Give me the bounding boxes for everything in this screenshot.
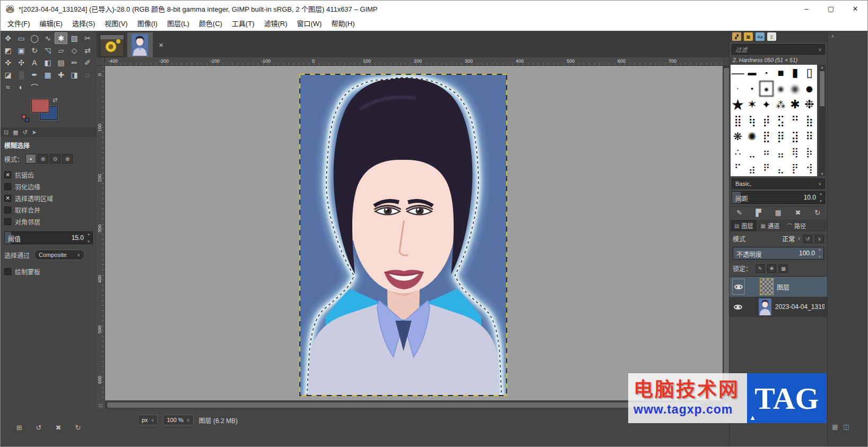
- fuzzy-select-tool[interactable]: ✱: [55, 32, 67, 44]
- brush-item[interactable]: ▯: [802, 65, 817, 81]
- lock-alpha-button[interactable]: ▦: [779, 264, 788, 273]
- clone-tool[interactable]: ▦: [41, 69, 54, 81]
- brush-item[interactable]: ⡷: [802, 144, 817, 160]
- layer-mode-dropdown[interactable]: 正常 ∨: [782, 234, 801, 243]
- select-by-dropdown[interactable]: Composite ∨: [34, 250, 85, 260]
- brush-item[interactable]: ⢿: [788, 144, 802, 160]
- smudge-tool[interactable]: ≈: [2, 81, 14, 93]
- close-button[interactable]: ✕: [843, 1, 867, 16]
- draw-mask-checkbox[interactable]: 绘制蒙板: [4, 265, 93, 277]
- menu-item[interactable]: 滤镜(R): [259, 16, 292, 31]
- brush-item[interactable]: ⠛: [788, 113, 802, 128]
- gradient-tool[interactable]: ▤: [55, 57, 67, 68]
- channels-tab[interactable]: ▦ 通道: [757, 220, 782, 231]
- layer-name[interactable]: 2023-04-04_13192: [775, 303, 824, 311]
- move-tool[interactable]: ✥: [2, 32, 14, 44]
- handle-transform-tool[interactable]: ✣: [15, 57, 28, 68]
- close-tab-icon[interactable]: ✕: [159, 42, 163, 49]
- fonts-tab[interactable]: Aa: [756, 32, 765, 41]
- paths-tool[interactable]: ⌒: [28, 81, 41, 93]
- brush-item[interactable]: ●: [745, 81, 759, 97]
- heal-tool[interactable]: ✚: [55, 69, 67, 81]
- edit-brush-button[interactable]: ✎: [736, 209, 742, 217]
- brush-item[interactable]: ⠶: [759, 144, 774, 160]
- brush-item[interactable]: ⠿: [802, 128, 817, 144]
- reset-mode-button[interactable]: ↺: [803, 235, 812, 243]
- brush-item[interactable]: ■: [774, 65, 788, 81]
- brush-item[interactable]: ▪: [759, 65, 774, 81]
- rotate-tool[interactable]: ↻: [28, 45, 41, 56]
- menu-item[interactable]: 图层(L): [162, 16, 194, 31]
- spacing-spinner[interactable]: ▲▼: [818, 192, 823, 203]
- perspective-clone-tool[interactable]: ◨: [68, 69, 81, 81]
- brush-tag-dropdown[interactable]: Basic, ∨: [732, 178, 825, 189]
- delete-tool-preset-button[interactable]: ✖: [56, 424, 62, 432]
- layer-row[interactable]: 2023-04-04_13192: [730, 297, 827, 317]
- brush-item[interactable]: ▬: [745, 65, 759, 81]
- zoom-dropdown[interactable]: 100 %∨: [163, 415, 193, 425]
- ruler-corner[interactable]: [97, 57, 105, 66]
- menu-item[interactable]: 图像(I): [133, 16, 162, 31]
- brush-item[interactable]: ∴: [731, 144, 745, 160]
- restore-tool-preset-button[interactable]: ↺: [36, 424, 42, 432]
- brush-item[interactable]: ⢺: [802, 160, 817, 176]
- image-tab-flower[interactable]: [99, 34, 125, 57]
- scissors-select-tool[interactable]: ✂: [81, 32, 94, 44]
- free-select-tool[interactable]: ∿: [41, 32, 54, 44]
- minimize-button[interactable]: –: [794, 1, 819, 16]
- subtract-mode-button[interactable]: ⊖: [50, 154, 60, 164]
- foreground-select-tool[interactable]: ◩: [2, 45, 14, 56]
- menu-item[interactable]: 颜色(C): [194, 16, 227, 31]
- brush-item[interactable]: ⣽: [788, 128, 802, 144]
- brush-filter-input[interactable]: 过滤 ∨: [732, 44, 825, 55]
- shear-tool[interactable]: ▱: [55, 45, 67, 56]
- brush-item[interactable]: ✺: [745, 128, 759, 144]
- document-history-tab[interactable]: ▯: [767, 32, 776, 41]
- brush-item[interactable]: ▮: [788, 65, 802, 81]
- unified-transform-tool[interactable]: ✜: [2, 57, 14, 68]
- ink-tool[interactable]: ✒: [28, 69, 41, 81]
- flip-tool[interactable]: ⇄: [81, 45, 94, 56]
- image-tab-portrait[interactable]: [127, 32, 153, 57]
- maximize-button[interactable]: ▢: [819, 1, 843, 16]
- scale-tool[interactable]: ◹: [41, 45, 54, 56]
- brush-item[interactable]: ⣫: [774, 113, 788, 128]
- tool-option-checkbox[interactable]: 抗锯齿: [4, 169, 93, 180]
- brush-item[interactable]: ❋: [731, 128, 745, 144]
- brush-item[interactable]: ⣿: [731, 113, 745, 128]
- paintbrush-tool[interactable]: ✐: [81, 57, 94, 68]
- photo-image[interactable]: [299, 74, 508, 396]
- horizontal-ruler[interactable]: -400-300-200-1000100200300400500600700: [105, 57, 723, 66]
- blur-sharpen-tool[interactable]: ◌: [81, 69, 94, 81]
- brush-item[interactable]: —: [731, 65, 745, 81]
- brush-item[interactable]: ●: [788, 81, 802, 97]
- crop-tool[interactable]: ▣: [15, 45, 28, 56]
- paths-tab[interactable]: ⌒ 路径: [784, 220, 809, 231]
- threshold-slider[interactable]: 阈值 15.0 ▲▼: [4, 231, 93, 244]
- brush-item[interactable]: ⢷: [745, 113, 759, 128]
- menu-item[interactable]: 选择(S): [67, 16, 100, 31]
- rectangle-select-tool[interactable]: ▭: [15, 32, 28, 44]
- opacity-slider[interactable]: 不透明度 100.0 ▲▼: [733, 247, 824, 260]
- menu-item[interactable]: 工具(T): [227, 16, 259, 31]
- visibility-toggle[interactable]: [732, 279, 745, 295]
- tool-option-checkbox[interactable]: 对角邻居: [4, 216, 93, 227]
- brush-spacing-slider[interactable]: 间距 10.0 ▲▼: [732, 191, 825, 204]
- pencil-tool[interactable]: ✏: [68, 57, 81, 68]
- refresh-brushes-button[interactable]: ↻: [814, 209, 820, 217]
- brush-item[interactable]: ●: [774, 81, 788, 97]
- tool-option-checkbox[interactable]: 选择透明区域: [4, 192, 93, 204]
- brush-item[interactable]: ⣤: [774, 144, 788, 160]
- brush-item[interactable]: ✱: [788, 97, 802, 113]
- bucket-fill-tool[interactable]: ◧: [41, 57, 54, 68]
- layer-row[interactable]: 图层: [730, 277, 827, 297]
- save-tool-preset-button[interactable]: ⊞: [16, 424, 22, 432]
- opacity-spinner[interactable]: ▲▼: [817, 248, 822, 259]
- text-tool[interactable]: A: [28, 57, 41, 68]
- brushes-tab[interactable]: ▞: [732, 32, 741, 41]
- device-status-tab[interactable]: ▦: [13, 129, 18, 136]
- quickmask-toggle[interactable]: ▢: [97, 401, 105, 409]
- dodge-burn-tool[interactable]: ◐: [15, 81, 28, 93]
- brush-item[interactable]: ❉: [802, 97, 817, 113]
- reset-tool-options-button[interactable]: ↻: [75, 424, 81, 432]
